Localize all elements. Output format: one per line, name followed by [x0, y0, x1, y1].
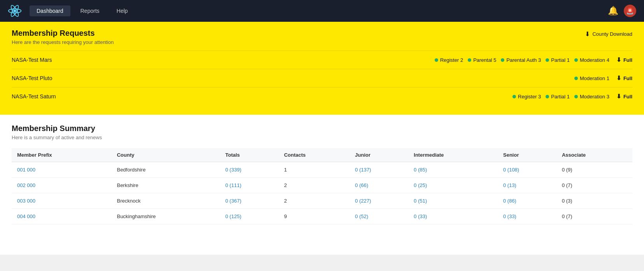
cell-junior: 0 (66): [349, 178, 408, 193]
col-header-totals: Totals: [220, 148, 279, 162]
col-header-contacts: Contacts: [279, 148, 349, 162]
cell-county[interactable]: Buckinghamshire: [111, 209, 220, 224]
badge-dot: [512, 95, 516, 98]
cell-senior: 0 (86): [498, 193, 556, 209]
badge-dot: [574, 58, 578, 62]
cell-totals: 0 (339): [220, 162, 279, 178]
col-header-senior: Senior: [498, 148, 556, 162]
alert-icon: 🚨: [626, 7, 634, 15]
badge-moderation4: Moderation 4: [574, 57, 609, 63]
cell-associate: 0 (7): [556, 178, 632, 193]
cell-senior: 0 (13): [498, 178, 556, 193]
cell-junior: 0 (137): [349, 162, 408, 178]
badge-dot: [574, 95, 578, 98]
summary-table: Member Prefix County Totals Contacts Jun…: [12, 148, 632, 224]
county-download-label: County Download: [592, 31, 632, 37]
badge-register3: Register 3: [512, 94, 541, 100]
col-header-junior: Junior: [349, 148, 408, 162]
requests-title: Membership Requests: [12, 29, 114, 38]
help-nav-btn[interactable]: Help: [110, 5, 135, 16]
cell-senior: 0 (108): [498, 162, 556, 178]
cell-associate: 0 (9): [556, 162, 632, 178]
cell-intermediate: 0 (33): [408, 209, 498, 224]
request-row-mars: NASA-Test Mars Register 2 Parental 5 Par…: [12, 51, 632, 69]
dashboard-nav-btn[interactable]: Dashboard: [30, 5, 70, 16]
bell-icon[interactable]: 🔔: [608, 6, 618, 16]
requests-header: Membership Requests Here are the request…: [12, 29, 632, 51]
cell-junior: 0 (52): [349, 209, 408, 224]
alert-button[interactable]: 🚨: [624, 5, 636, 17]
badge-parental5: Parental 5: [468, 57, 496, 63]
cell-contacts: 1: [279, 162, 349, 178]
badge-moderation3: Moderation 3: [574, 94, 609, 100]
membership-requests-section: Membership Requests Here are the request…: [0, 22, 644, 115]
requests-subtitle: Here are the requests requiring your att…: [12, 39, 114, 45]
svg-point-0: [13, 9, 16, 12]
cell-associate: 0 (3): [556, 193, 632, 209]
summary-title: Membership Summary: [12, 124, 632, 133]
cell-prefix[interactable]: 004 000: [12, 209, 111, 224]
request-badges-pluto: Moderation 1 ⬇ Full: [574, 75, 632, 82]
cell-senior: 0 (33): [498, 209, 556, 224]
table-header-row: Member Prefix County Totals Contacts Jun…: [12, 148, 632, 162]
cell-intermediate: 0 (25): [408, 178, 498, 193]
cell-prefix[interactable]: 001 000: [12, 162, 111, 178]
cell-intermediate: 0 (51): [408, 193, 498, 209]
badge-dot: [546, 58, 549, 62]
badge-parental-auth3: Parental Auth 3: [501, 57, 541, 63]
full-button-saturn[interactable]: ⬇ Full: [616, 93, 632, 100]
membership-summary-section: Membership Summary Here is a summary of …: [0, 115, 644, 255]
full-button-mars[interactable]: ⬇ Full: [616, 56, 632, 63]
table-body: 001 000Bedfordshire0 (339)10 (137)0 (85)…: [12, 162, 632, 224]
table-row: 004 000Buckinghamshire0 (125)90 (52)0 (3…: [12, 209, 632, 224]
cell-intermediate: 0 (85): [408, 162, 498, 178]
cell-contacts: 9: [279, 209, 349, 224]
cell-totals: 0 (111): [220, 178, 279, 193]
reports-nav-btn[interactable]: Reports: [74, 5, 107, 16]
badge-partial1: Partial 1: [546, 57, 570, 63]
summary-subtitle: Here is a summary of active and renews: [12, 135, 632, 140]
download-icon: ⬇: [616, 75, 621, 82]
col-header-associate: Associate: [556, 148, 632, 162]
cell-totals: 0 (367): [220, 193, 279, 209]
table-row: 001 000Bedfordshire0 (339)10 (137)0 (85)…: [12, 162, 632, 178]
badge-dot: [468, 58, 471, 62]
cell-prefix[interactable]: 002 000: [12, 178, 111, 193]
col-header-prefix: Member Prefix: [12, 148, 111, 162]
request-badges-mars: Register 2 Parental 5 Parental Auth 3 Pa…: [435, 56, 632, 63]
col-header-county: County: [111, 148, 220, 162]
download-icon: ⬇: [585, 30, 590, 38]
badge-moderation1: Moderation 1: [574, 75, 609, 81]
requests-header-left: Membership Requests Here are the request…: [12, 29, 114, 51]
table-row: 002 000Berkshire0 (111)20 (66)0 (25)0 (1…: [12, 178, 632, 193]
navbar: Dashboard Reports Help 🔔 🚨: [0, 0, 644, 22]
request-name-pluto: NASA-Test Pluto: [12, 75, 89, 81]
badge-dot: [546, 95, 549, 98]
download-icon: ⬇: [616, 56, 621, 63]
badge-dot: [501, 58, 504, 62]
cell-associate: 0 (7): [556, 209, 632, 224]
badge-partial1-saturn: Partial 1: [546, 94, 570, 100]
request-name-mars: NASA-Test Mars: [12, 57, 89, 63]
cell-county[interactable]: Berkshire: [111, 178, 220, 193]
cell-county[interactable]: Bedfordshire: [111, 162, 220, 178]
badge-register2: Register 2: [435, 57, 463, 63]
full-button-pluto[interactable]: ⬇ Full: [616, 75, 632, 82]
cell-junior: 0 (227): [349, 193, 408, 209]
badge-dot: [574, 77, 578, 80]
cell-prefix[interactable]: 003 000: [12, 193, 111, 209]
cell-county[interactable]: Brecknock: [111, 193, 220, 209]
request-row-pluto: NASA-Test Pluto Moderation 1 ⬇ Full: [12, 69, 632, 87]
request-badges-saturn: Register 3 Partial 1 Moderation 3 ⬇ Full: [512, 93, 632, 100]
badge-dot: [435, 58, 438, 62]
col-header-intermediate: Intermediate: [408, 148, 498, 162]
county-download-button[interactable]: ⬇ County Download: [585, 30, 632, 38]
cell-contacts: 2: [279, 193, 349, 209]
table-header: Member Prefix County Totals Contacts Jun…: [12, 148, 632, 162]
request-name-saturn: NASA-Test Saturn: [12, 93, 89, 100]
cell-contacts: 2: [279, 178, 349, 193]
app-logo: [8, 4, 22, 18]
table-row: 003 000Brecknock0 (367)20 (227)0 (51)0 (…: [12, 193, 632, 209]
cell-totals: 0 (125): [220, 209, 279, 224]
request-row-saturn: NASA-Test Saturn Register 3 Partial 1 Mo…: [12, 87, 632, 105]
